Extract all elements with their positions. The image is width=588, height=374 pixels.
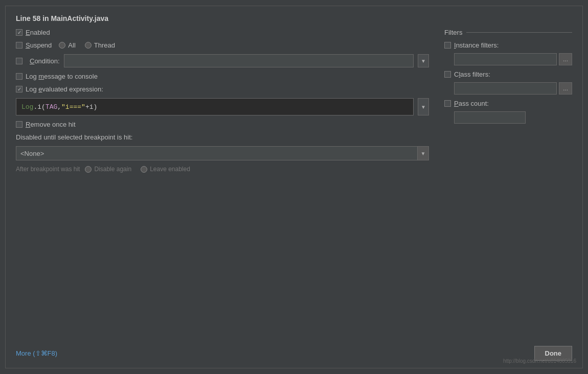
after-breakpoint-label: After breakpoint was hit xyxy=(16,166,80,173)
condition-label: Condition: xyxy=(30,57,60,65)
filters-title: Filters xyxy=(444,29,572,36)
enabled-row: Enabled xyxy=(16,29,429,36)
more-link[interactable]: More (⇧⌘F8) xyxy=(16,349,57,357)
filters-title-text: Filters xyxy=(444,29,462,36)
instance-filters-row: Instance filters: xyxy=(444,41,572,49)
log-message-row: Log message to console xyxy=(16,73,429,80)
none-select-row: <None> ▼ xyxy=(16,146,429,160)
log-expression-row: Log evaluated expression: xyxy=(16,85,429,93)
breakpoint-dialog: Line 58 in MainActivity.java Enabled Sus… xyxy=(5,6,583,368)
expr-string: "i===" xyxy=(61,103,85,111)
class-filters-row: Class filters: xyxy=(444,71,572,78)
disable-again-label: Disable again xyxy=(94,166,131,173)
expr-tag: TAG xyxy=(46,103,57,111)
bottom-bar: More (⇧⌘F8) Done xyxy=(16,339,572,361)
condition-dropdown-btn[interactable]: ▼ xyxy=(418,54,429,67)
right-panel: Filters Instance filters: ... Class filt… xyxy=(439,29,572,339)
suspend-checkbox[interactable] xyxy=(16,42,22,49)
main-content: Enabled Suspend All Thread xyxy=(16,29,572,339)
pass-count-field-row xyxy=(454,111,572,124)
expr-plus: + xyxy=(85,103,89,111)
expression-dropdown-btn[interactable]: ▼ xyxy=(418,98,429,115)
class-filters-ellipsis[interactable]: ... xyxy=(559,82,572,95)
pass-count-input[interactable] xyxy=(454,111,526,124)
log-expression-checkbox[interactable] xyxy=(16,86,22,92)
pass-count-label: Pass count: xyxy=(454,100,489,107)
radio-all-wrapper[interactable]: All xyxy=(59,41,75,49)
suspend-underline: S xyxy=(26,41,30,49)
radio-all[interactable] xyxy=(59,42,65,49)
radio-thread-label: Thread xyxy=(94,41,115,49)
enabled-underline: E xyxy=(26,29,30,36)
expr-log: Log xyxy=(21,103,33,111)
expr-i: i xyxy=(37,103,41,111)
suspend-row: Suspend All Thread xyxy=(16,41,429,49)
leave-enabled-wrapper[interactable]: Leave enabled xyxy=(141,166,190,173)
watermark: http://blog.csdn.net/u014005316 xyxy=(503,358,576,364)
expr-var-i: i xyxy=(89,103,94,111)
dialog-title: Line 58 in MainActivity.java xyxy=(16,14,572,22)
disable-again-radio[interactable] xyxy=(85,166,92,173)
class-filters-label: Class filters: xyxy=(454,71,490,78)
expr-comma: , xyxy=(57,103,61,111)
log-expression-label: Log evaluated expression: xyxy=(26,85,103,93)
condition-checkbox-wrapper[interactable] xyxy=(16,58,22,64)
instance-filters-ellipsis[interactable]: ... xyxy=(559,53,572,65)
enabled-checkbox[interactable] xyxy=(16,29,22,36)
instance-filters-input[interactable] xyxy=(454,53,557,65)
radio-all-label: All xyxy=(68,41,75,49)
condition-underline: C xyxy=(30,57,34,65)
pass-count-row: Pass count: xyxy=(444,100,572,107)
none-select-arrow[interactable]: ▼ xyxy=(418,146,429,160)
radio-thread[interactable] xyxy=(85,42,92,49)
log-message-checkbox-wrapper[interactable]: Log message to console xyxy=(16,73,98,80)
condition-checkbox[interactable] xyxy=(16,58,22,64)
disable-again-wrapper[interactable]: Disable again xyxy=(85,166,131,173)
disabled-until-label: Disabled until selected breakpoint is hi… xyxy=(16,133,132,141)
remove-once-hit-checkbox-wrapper[interactable]: Remove once hit xyxy=(16,121,76,128)
instance-filters-label: Instance filters: xyxy=(454,41,499,49)
remove-once-hit-checkbox[interactable] xyxy=(16,121,22,128)
after-breakpoint-row: After breakpoint was hit Disable again L… xyxy=(16,166,429,173)
expression-field[interactable]: Log.i(TAG,"i==="+i) xyxy=(16,98,414,115)
none-select-field[interactable]: <None> xyxy=(16,146,418,160)
condition-row: Condition: ▼ xyxy=(16,54,429,67)
instance-filters-field-row: ... xyxy=(454,53,572,65)
left-panel: Enabled Suspend All Thread xyxy=(16,29,429,339)
leave-enabled-radio[interactable] xyxy=(141,166,147,173)
instance-filters-checkbox[interactable] xyxy=(444,42,451,49)
remove-once-hit-row: Remove once hit xyxy=(16,121,429,128)
log-message-label: Log message to console xyxy=(26,73,98,80)
suspend-label: Suspend xyxy=(26,41,52,49)
condition-input[interactable] xyxy=(64,54,414,67)
expression-row: Log.i(TAG,"i==="+i) ▼ xyxy=(16,98,429,115)
none-value: <None> xyxy=(20,150,44,157)
class-filters-field-row: ... xyxy=(454,82,572,95)
expr-dot: . xyxy=(33,103,37,111)
suspend-checkbox-wrapper[interactable]: Suspend xyxy=(16,41,52,49)
expr-open: ( xyxy=(41,103,46,111)
leave-enabled-label: Leave enabled xyxy=(150,166,190,173)
log-expression-checkbox-wrapper[interactable]: Log evaluated expression: xyxy=(16,85,103,93)
class-filters-input[interactable] xyxy=(454,82,557,95)
enabled-label: Enabled xyxy=(26,29,50,36)
expr-close: ) xyxy=(94,103,98,111)
enabled-checkbox-wrapper[interactable]: Enabled xyxy=(16,29,50,36)
log-message-checkbox[interactable] xyxy=(16,73,22,80)
disabled-until-label-row: Disabled until selected breakpoint is hi… xyxy=(16,133,429,141)
remove-once-hit-label: Remove once hit xyxy=(26,121,76,128)
suspend-radio-group: All Thread xyxy=(59,41,115,49)
pass-count-checkbox[interactable] xyxy=(444,100,451,107)
radio-thread-wrapper[interactable]: Thread xyxy=(85,41,115,49)
class-filters-checkbox[interactable] xyxy=(444,71,451,78)
